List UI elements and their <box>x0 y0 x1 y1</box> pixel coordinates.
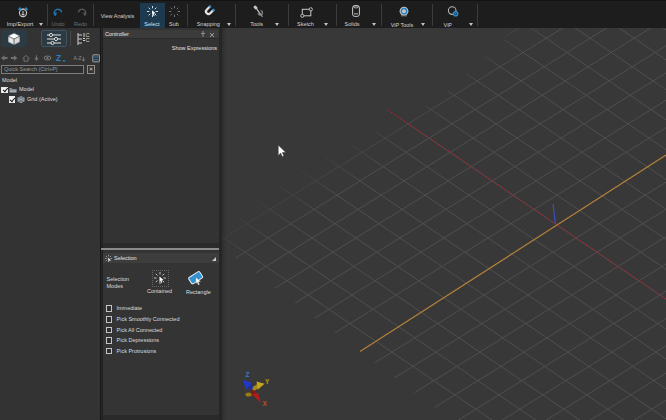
svg-text:C: C <box>86 37 90 43</box>
svg-text:Z: Z <box>56 53 61 63</box>
svg-text:Z: Z <box>246 371 250 378</box>
svg-text:A-Z: A-Z <box>74 55 82 61</box>
svg-text:X: X <box>263 400 268 407</box>
svg-text:Y: Y <box>265 378 270 385</box>
